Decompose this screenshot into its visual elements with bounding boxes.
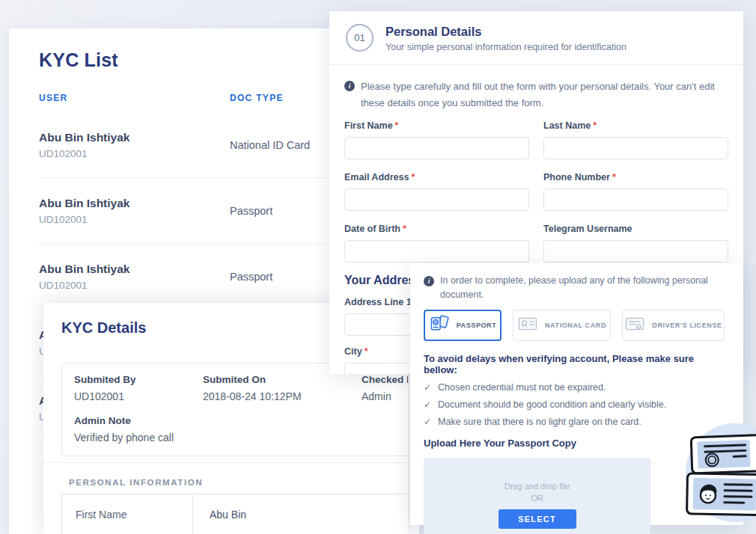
check-icon: ✓ xyxy=(424,399,431,410)
doc-type-value: Passport xyxy=(230,205,272,217)
verify-tips-title: To avoid delays when verifying account, … xyxy=(410,341,743,375)
passport-option-label: PASSPORT xyxy=(457,322,497,329)
submitted-on-value: 2018-08-24 10:12PM xyxy=(203,390,362,402)
verify-tip: ✓ Chosen credential must not be expaired… xyxy=(410,375,743,393)
tip-text: Make sure that there is no light glare o… xyxy=(438,417,641,427)
user-id: UD102001 xyxy=(39,280,230,291)
kyc-details-summary-box: Submited By UD102001 Submited On 2018-08… xyxy=(61,363,408,456)
first-name-label: First Name* xyxy=(344,120,529,131)
table-cell-value: Abu Bin xyxy=(193,494,246,534)
tip-text: Document should be good condition and cl… xyxy=(438,399,666,410)
doc-type-value: National ID Card xyxy=(230,139,310,151)
last-name-label: Last Name* xyxy=(543,120,728,131)
telegram-label: Telegram Username xyxy=(543,224,728,234)
passport-option-button[interactable]: PASSPORT xyxy=(424,310,502,341)
info-icon: i xyxy=(344,81,355,91)
first-name-field[interactable] xyxy=(344,137,529,159)
dropzone-or-label: OR xyxy=(531,494,543,503)
verify-tip: ✓ Document should be good condition and … xyxy=(410,393,743,410)
user-name: Abu Bin Ishtiyak xyxy=(39,131,230,144)
divider xyxy=(43,462,408,463)
telegram-field[interactable] xyxy=(543,240,728,263)
personal-details-form: First Name* Last Name* Email Address* Ph… xyxy=(329,111,743,263)
phone-label: Phone Number* xyxy=(543,172,728,182)
submitted-by-value: UD102001 xyxy=(74,390,203,402)
admin-note-label: Admin Note xyxy=(74,415,408,426)
personal-details-title: Personal Details xyxy=(385,25,627,39)
national-card-option-button[interactable]: NATIONAL CARD xyxy=(513,310,611,341)
required-mark: * xyxy=(403,224,406,234)
required-mark: * xyxy=(612,172,616,182)
step-number-badge: 01 xyxy=(346,24,374,52)
drivers-license-option-label: DRIVER'S LICENSE xyxy=(652,322,722,329)
phone-field[interactable] xyxy=(543,188,728,211)
drivers-license-icon xyxy=(624,316,645,335)
national-card-icon xyxy=(517,316,538,335)
last-name-field[interactable] xyxy=(543,137,728,159)
checked-by-value: Admin xyxy=(362,390,408,402)
column-header-user: USER xyxy=(39,93,230,103)
national-card-option-label: NATIONAL CARD xyxy=(545,322,606,329)
user-id: UD102001 xyxy=(39,148,230,159)
dropzone-hint: Drag and drop file xyxy=(504,482,570,491)
kyc-admin-screen: KYC List USER DOC TYPE Abu Bin Ishtiyak … xyxy=(0,0,756,534)
tip-text: Chosen credential must not be expaired. xyxy=(438,382,606,393)
id-cards-illustration xyxy=(672,420,756,534)
required-mark: * xyxy=(593,120,597,131)
required-mark: * xyxy=(395,120,399,131)
check-icon: ✓ xyxy=(424,382,431,393)
file-dropzone[interactable]: Drag and drop file OR SELECT xyxy=(424,458,650,534)
user-id: UD102001 xyxy=(39,214,230,225)
document-type-options: PASSPORT NATIONAL CARD xyxy=(410,302,743,341)
drivers-license-option-button[interactable]: DRIVER'S LICENSE xyxy=(622,310,725,341)
admin-note-value: Verified by phone call xyxy=(74,432,408,444)
submitted-by-label: Submited By xyxy=(74,374,203,385)
required-mark: * xyxy=(411,172,415,182)
personal-information-table: First Name Abu Bin xyxy=(61,494,408,534)
doc-type-value: Passport xyxy=(230,271,272,283)
form-instructions: Please type carefully and fill out the f… xyxy=(361,79,728,111)
upload-instructions: In order to complete, please upload any … xyxy=(440,274,730,302)
required-mark: * xyxy=(365,346,368,357)
check-icon: ✓ xyxy=(424,417,431,427)
personal-details-subtitle: Your simple personal information require… xyxy=(385,42,627,52)
email-label: Email Address* xyxy=(344,172,529,182)
info-icon: i xyxy=(424,276,434,286)
submitted-on-label: Submited On xyxy=(203,374,362,385)
user-name: Abu Bin Ishtiyak xyxy=(39,197,230,210)
dob-label: Date of Birth* xyxy=(344,224,529,234)
column-header-doc-type: DOC TYPE xyxy=(230,93,284,103)
dob-field[interactable] xyxy=(344,240,529,263)
table-cell-label: First Name xyxy=(62,494,193,534)
user-name: Abu Bin Ishtiyak xyxy=(39,263,230,276)
personal-information-section-label: PERSONAL INFORMATION xyxy=(69,478,203,487)
passport-icon xyxy=(429,315,450,336)
email-field[interactable] xyxy=(344,188,529,211)
select-file-button[interactable]: SELECT xyxy=(499,509,576,529)
checked-by-label: Checked By xyxy=(362,374,408,385)
